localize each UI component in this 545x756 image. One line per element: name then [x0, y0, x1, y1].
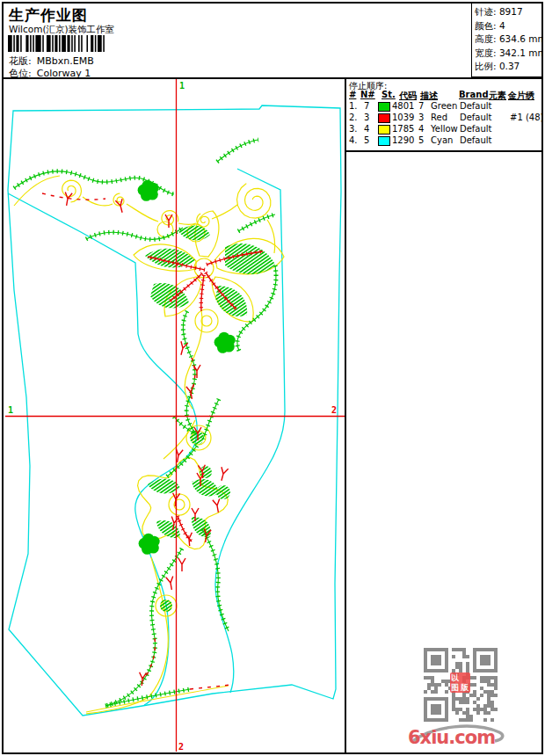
stop-sequence-table: 停止顺序: # N# St. 代码 描述 Brand 元素 金片绣 1. 7 4…: [346, 78, 541, 152]
crosshair: 1 2 1 2: [5, 79, 345, 752]
page-title: 生产作业图: [9, 5, 88, 25]
pattern-field: 花版:MBbxn.EMB: [9, 55, 94, 68]
thread-row: 1. 7 4801 7 Green Default: [346, 101, 541, 113]
stop-sequence-header: # N# St. 代码 描述 Brand 元素 金片绣: [346, 90, 541, 100]
colors-stat: 颜色: 4: [475, 19, 541, 33]
site-watermark: 6xiu.com: [406, 721, 510, 752]
color-swatch: [378, 113, 390, 123]
height-stat: 高度: 634.6 mm: [475, 33, 541, 47]
studio-subtitle: Wilcom(汇京)装饰工作室: [9, 24, 114, 36]
stamp-watermark: 以 图 版: [450, 672, 470, 693]
panel-divider: [345, 78, 346, 752]
scale-stat: 比例: 0.37: [475, 60, 541, 74]
v-start-marker: 1: [179, 81, 185, 91]
h-start-marker: 1: [8, 405, 13, 415]
production-worksheet: 1 2 1 2 生产作业图 Wilcom(汇京)装饰工作室 花版:MBbxn.E…: [2, 2, 543, 754]
thread-row: 3. 4 1785 4 Yellow Default: [346, 124, 541, 135]
design-stats-panel: 针迹: 8917 颜色: 4 高度: 634.6 mm 宽度: 342.1 mm…: [471, 4, 541, 77]
thread-row: 4. 5 1290 5 Cyan Default: [346, 135, 541, 147]
h-end-marker: 2: [331, 405, 337, 415]
v-end-marker: 2: [178, 742, 184, 752]
pattern-value: MBbxn.EMB: [37, 55, 94, 67]
stitches-stat: 针迹: 8917: [475, 5, 541, 19]
color-swatch: [378, 136, 390, 146]
thread-row: 2. 3 1039 3 Red Default #1 (48): [346, 113, 541, 124]
site-name: 6xiu.com: [408, 727, 495, 748]
barcode: [8, 35, 107, 53]
color-swatch: [378, 102, 390, 112]
width-stat: 宽度: 342.1 mm: [475, 47, 541, 61]
color-swatch: [378, 125, 390, 134]
pattern-label: 花版:: [9, 55, 32, 67]
